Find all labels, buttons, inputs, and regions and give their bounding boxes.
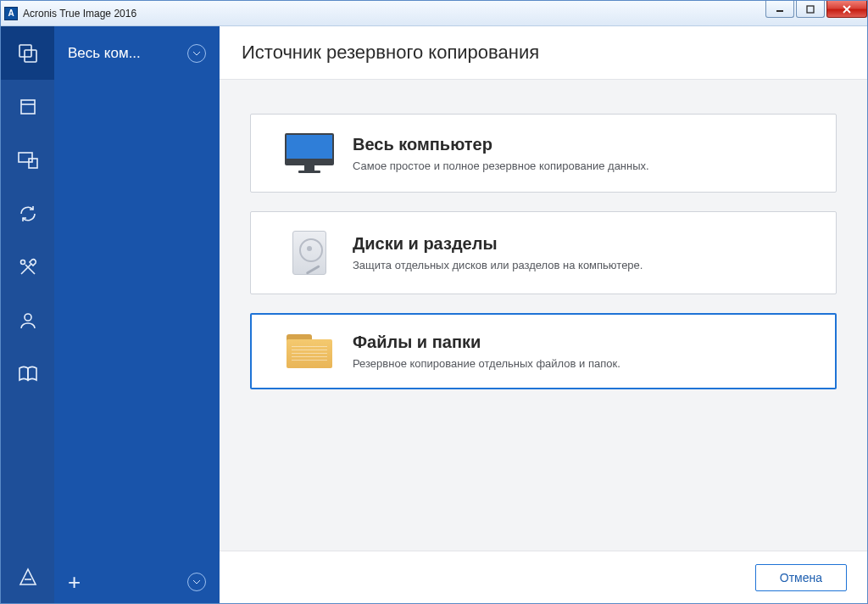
monitor-icon — [275, 133, 344, 173]
nav-refresh[interactable] — [1, 187, 54, 240]
nav-backup[interactable] — [1, 26, 54, 80]
option-desc: Защита отдельных дисков или разделов на … — [353, 259, 643, 271]
person-icon — [18, 310, 38, 331]
nav-help[interactable] — [1, 347, 54, 400]
svg-rect-4 — [19, 45, 31, 57]
main-panel: Источник резервного копирования Весь ком… — [220, 26, 867, 603]
cancel-button[interactable]: Отмена — [755, 564, 847, 591]
add-backup-button[interactable]: + — [68, 571, 81, 593]
svg-point-12 — [20, 260, 25, 264]
close-button[interactable] — [826, 1, 867, 18]
option-title: Диски и разделы — [353, 234, 643, 254]
main-header: Источник резервного копирования — [220, 26, 867, 80]
svg-rect-8 — [19, 153, 32, 162]
app-icon: A — [4, 7, 18, 20]
source-options: Весь компьютер Самое простое и полное ре… — [220, 80, 867, 551]
refresh-icon — [18, 204, 38, 224]
titlebar[interactable]: A Acronis True Image 2016 — [1, 1, 867, 26]
sync-devices-icon — [17, 150, 39, 171]
backup-list-footer: + — [54, 561, 220, 603]
window-title: Acronis True Image 2016 — [23, 8, 136, 20]
minimize-icon — [776, 6, 784, 13]
minimize-button[interactable] — [765, 1, 794, 18]
list-options-button[interactable] — [187, 573, 206, 591]
app-body: Весь ком... + Источник резервного копиро… — [1, 26, 867, 603]
backup-list-column: Весь ком... + — [54, 26, 220, 603]
nav-archive[interactable] — [1, 80, 54, 133]
hdd-icon — [275, 231, 344, 275]
option-disks-partitions[interactable]: Диски и разделы Защита отдельных дисков … — [250, 211, 837, 294]
nav-account[interactable] — [1, 294, 54, 347]
option-files-folders[interactable]: Файлы и папки Резервное копирование отде… — [250, 313, 837, 389]
acronis-logo-icon — [18, 567, 38, 587]
option-title: Весь компьютер — [353, 135, 649, 154]
nav-rail — [1, 26, 54, 603]
svg-point-13 — [25, 314, 31, 321]
option-title: Файлы и папки — [353, 333, 620, 352]
page-title: Источник резервного копирования — [242, 42, 539, 64]
nav-tools[interactable] — [1, 240, 54, 294]
close-icon — [842, 5, 852, 14]
backup-current-label: Весь ком... — [68, 45, 181, 62]
option-entire-pc[interactable]: Весь компьютер Самое простое и полное ре… — [250, 114, 837, 193]
backup-icon — [17, 42, 39, 64]
nav-brand[interactable] — [1, 550, 54, 603]
backup-list-current[interactable]: Весь ком... — [54, 26, 220, 80]
maximize-icon — [806, 5, 815, 14]
svg-rect-1 — [807, 6, 814, 13]
book-icon — [17, 365, 39, 383]
nav-sync[interactable] — [1, 133, 54, 187]
svg-rect-9 — [29, 159, 37, 168]
chevron-down-icon[interactable] — [187, 44, 206, 63]
main-footer: Отмена — [220, 551, 867, 603]
tools-icon — [18, 257, 38, 277]
svg-rect-5 — [25, 50, 36, 62]
option-desc: Резервное копирование отдельных файлов и… — [353, 357, 620, 370]
maximize-button[interactable] — [796, 1, 825, 18]
folder-icon — [275, 334, 344, 368]
app-window: A Acronis True Image 2016 — [0, 0, 868, 604]
archive-icon — [18, 97, 38, 117]
svg-rect-6 — [21, 100, 35, 114]
option-desc: Самое простое и полное резервное копиров… — [353, 159, 649, 172]
